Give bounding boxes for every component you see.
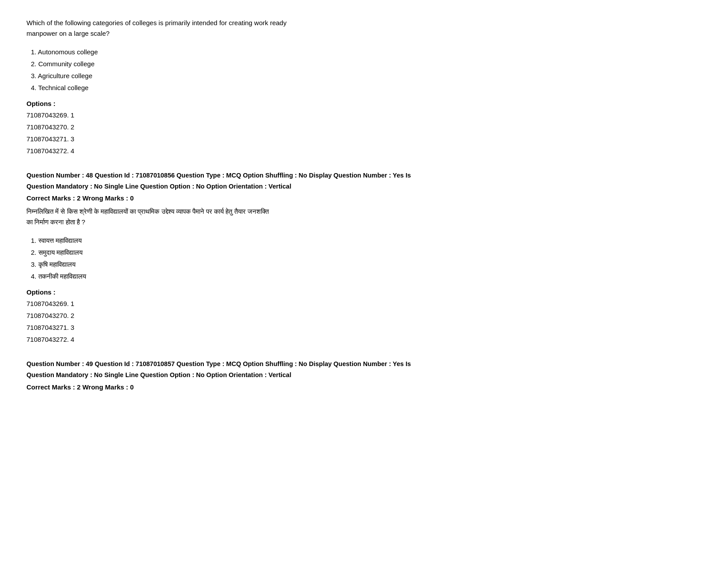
- correct-marks-49: Correct Marks : 2 Wrong Marks : 0: [26, 383, 702, 391]
- list-item: 1. स्वायत्त महाविद्यालय: [31, 234, 702, 246]
- list-item: 2. Community college: [31, 58, 702, 70]
- question-meta-48: Question Number : 48 Question Id : 71087…: [26, 170, 702, 192]
- option-value: 71087043270. 2: [26, 310, 702, 321]
- section2: Question Number : 48 Question Id : 71087…: [26, 170, 702, 345]
- list-item: 4. तकनीकी महाविद्यालय: [31, 270, 702, 282]
- question-meta-49: Question Number : 49 Question Id : 71087…: [26, 359, 702, 380]
- option-value: 71087043271. 3: [26, 133, 702, 145]
- question-text-hi: निम्नलिखित में से किस श्रेणी के महाविद्य…: [26, 206, 702, 227]
- list-item: 2. समुदाय महाविद्यालय: [31, 246, 702, 258]
- option-value: 71087043269. 1: [26, 298, 702, 310]
- options-list-en: 1. Autonomous college 2. Community colle…: [26, 46, 702, 94]
- question-text-en: Which of the following categories of col…: [26, 18, 702, 39]
- correct-marks-48: Correct Marks : 2 Wrong Marks : 0: [26, 194, 702, 202]
- options-list-hi: 1. स्वायत्त महाविद्यालय 2. समुदाय महाविद…: [26, 234, 702, 282]
- list-item: 4. Technical college: [31, 82, 702, 94]
- option-value: 71087043271. 3: [26, 321, 702, 333]
- options-label-hi: Options :: [26, 288, 702, 296]
- options-label-en: Options :: [26, 100, 702, 107]
- section3: Question Number : 49 Question Id : 71087…: [26, 359, 702, 390]
- option-value: 71087043270. 2: [26, 121, 702, 133]
- list-item: 3. Agriculture college: [31, 70, 702, 82]
- option-value: 71087043269. 1: [26, 109, 702, 121]
- option-value: 71087043272. 4: [26, 333, 702, 345]
- list-item: 3. कृषि महाविद्यालय: [31, 258, 702, 270]
- option-value: 71087043272. 4: [26, 145, 702, 157]
- list-item: 1. Autonomous college: [31, 46, 702, 58]
- section1: Which of the following categories of col…: [26, 18, 702, 157]
